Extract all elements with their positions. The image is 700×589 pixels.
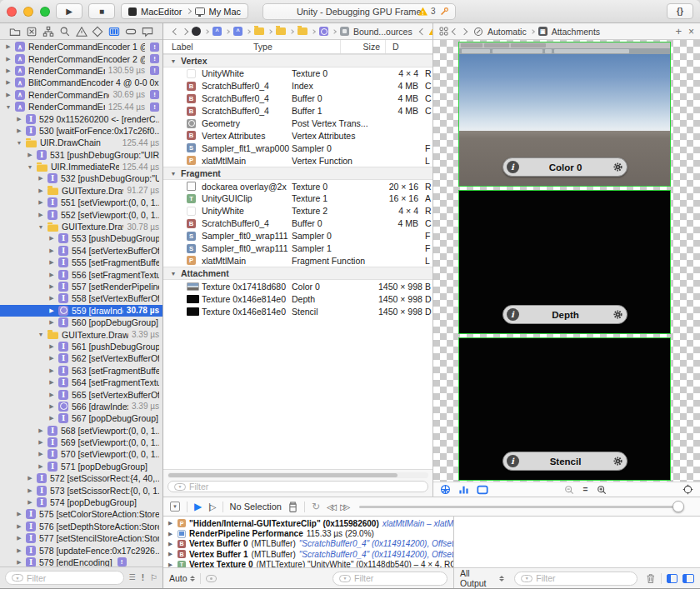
table-row[interactable]: UnityWhiteTexture 24 × 4R <box>163 205 432 217</box>
related-items-icon[interactable] <box>439 27 448 36</box>
tree-row[interactable]: ▶∧RenderCommandEnc...130.59 µs! <box>0 65 162 77</box>
disclosure-triangle[interactable]: ▶ <box>38 463 44 470</box>
console-filter-field[interactable]: ▼ Filter <box>514 572 638 586</box>
disclosure-triangle[interactable]: ▶ <box>48 295 55 302</box>
attachments-crumb-label[interactable]: Attachments <box>552 27 600 37</box>
disclosure-triangle[interactable]: ▼ <box>27 164 33 170</box>
bound-resource-row[interactable]: ▶TVertex Texture 0(MTLTexture) "UnityWhi… <box>163 560 453 567</box>
gear-icon[interactable] <box>612 162 623 172</box>
tree-row[interactable]: ▶I568 [setViewport:(0, 0, 1... <box>0 425 162 437</box>
quicklook-eye-icon[interactable] <box>206 575 217 582</box>
disclosure-triangle[interactable]: ▶ <box>5 92 12 98</box>
tree-row[interactable]: ▶I554 [setVertexBufferOf... <box>0 245 162 257</box>
back-button[interactable] <box>452 27 458 34</box>
tree-row[interactable]: ▶I569 [setViewport:(0, 0, 1... <box>0 437 162 448</box>
tree-row[interactable]: ▶GUITexture.Draw91.27 µs <box>0 185 162 197</box>
issue-warning-icon[interactable] <box>429 27 432 35</box>
tree-row[interactable]: ▼UIR.ImmediateRen...125.44 µs <box>0 161 162 172</box>
tree-row[interactable]: ▶I572 [setScissorRect:{4, 40,... <box>0 472 162 484</box>
tree-row[interactable]: ▶I577 [setStencilStoreAction:Stor... <box>0 532 162 544</box>
trash-icon[interactable] <box>646 573 656 584</box>
automatic-mode-icon[interactable] <box>473 27 483 37</box>
refresh-icon[interactable]: ↻ <box>312 501 320 512</box>
disclosure-triangle[interactable]: ▶ <box>5 67 12 74</box>
tree-row[interactable]: ▶I576 [setDepthStoreAction:Store] <box>0 521 162 532</box>
disclosure-triangle[interactable]: ▶ <box>48 403 55 410</box>
step-over-draw-button[interactable]: |▷ <box>208 502 215 512</box>
disclosure-triangle[interactable]: ▶ <box>38 451 44 457</box>
minimize-window-button[interactable] <box>23 7 33 17</box>
bound-resources-crumb-icon[interactable] <box>340 27 349 36</box>
toggle-variables-pane-button[interactable] <box>667 574 678 583</box>
run-button[interactable]: ▶ <box>56 3 82 19</box>
navigator-tab-reports[interactable] <box>141 25 154 38</box>
warning-icon[interactable] <box>418 7 428 16</box>
attachment-preview-stencil[interactable]: iStencil <box>458 337 671 481</box>
tree-row[interactable]: ▶566 [drawIndex...3.39 µs <box>0 401 162 412</box>
automatic-mode-label[interactable]: Automatic <box>488 27 527 37</box>
navigator-tab-find[interactable] <box>58 25 72 38</box>
navigator-tab-debug[interactable] <box>108 25 121 38</box>
disclosure-triangle[interactable]: ▶ <box>48 355 55 362</box>
disclosure-triangle[interactable]: ▶ <box>168 520 174 527</box>
tree-row[interactable]: ▶I558 [setVertexBufferOf... <box>0 292 162 304</box>
column-header-label[interactable]: Label <box>163 42 253 52</box>
bound-resource-row[interactable]: ▶P"Hidden/Internal-GUITextureClip" (0x11… <box>163 518 453 528</box>
bound-resources-icon[interactable] <box>288 502 298 512</box>
tree-row[interactable]: ▶I531 [pushDebugGroup:"UIR.... <box>0 149 162 161</box>
navigator-tab-project[interactable] <box>8 25 22 38</box>
back-button[interactable] <box>172 27 179 34</box>
disclosure-triangle[interactable]: ▶ <box>16 559 22 566</box>
draw-call-crumb-icon[interactable] <box>319 27 328 36</box>
navigator-tab-tests[interactable] <box>91 25 104 38</box>
navigator-tab-breakpoints[interactable] <box>124 25 138 38</box>
table-row[interactable]: SSampler_flt0_wrap111Sampler 1F <box>163 242 432 255</box>
encoder-crumb-icon[interactable]: ^ <box>233 27 242 36</box>
tree-row[interactable]: ▶I565 [setVertexBufferOf... <box>0 388 162 400</box>
tree-row[interactable]: ▶I556 [setFragmentTextu... <box>0 268 162 280</box>
disclosure-triangle[interactable]: ▶ <box>16 547 22 554</box>
column-header-size[interactable]: Size <box>340 40 380 53</box>
table-filter-field[interactable]: ▼ Filter <box>168 481 428 492</box>
navigator-tab-source-control[interactable] <box>25 25 38 38</box>
tree-row[interactable]: ▶I555 [setFragmentBuffe... <box>0 257 162 268</box>
disclosure-triangle[interactable]: ▶ <box>48 307 55 314</box>
tree-row[interactable]: ▶I564 [setFragmentTextu... <box>0 377 162 388</box>
table-section-header[interactable]: ▼Attachment <box>163 267 432 280</box>
tree-row[interactable]: ▶∧RenderCommandEncoder 2 @ 0...! <box>0 52 162 64</box>
attachment-pill[interactable]: iStencil <box>502 452 628 471</box>
disclosure-triangle[interactable]: ▶ <box>48 415 55 422</box>
actual-size-button[interactable]: = <box>583 485 588 494</box>
zoom-out-icon[interactable] <box>564 485 574 495</box>
disclosure-triangle[interactable]: ▶ <box>27 475 33 482</box>
table-row[interactable]: BScratchBuffer0_4Buffer 04 MBC <box>163 92 432 105</box>
zoom-in-icon[interactable] <box>597 485 607 495</box>
crosshair-icon[interactable] <box>682 484 693 495</box>
disclosure-triangle[interactable]: ▶ <box>27 487 33 494</box>
issues-filter-icon[interactable]: ! <box>142 574 144 582</box>
tree-row[interactable]: ▶∧RenderCommandEncoder 1 @ U...! <box>0 41 162 52</box>
horizontal-scrollbar[interactable] <box>168 472 428 478</box>
tree-row[interactable]: ▶I551 [setViewport:(0, 0, 1... <box>0 197 162 208</box>
tree-row[interactable]: ▶I560 [popDebugGroup] <box>0 317 162 328</box>
disclosure-triangle[interactable]: ▶ <box>27 499 33 506</box>
forward-button[interactable] <box>461 27 468 34</box>
navigator-tab-symbols[interactable] <box>42 25 55 38</box>
tree-row[interactable]: ▶∧RenderCommandEnco...30.69 µs! <box>0 89 162 101</box>
info-icon[interactable]: i <box>507 455 519 467</box>
close-window-button[interactable] <box>7 7 17 17</box>
table-row[interactable]: GeometryPost Vertex Trans... <box>163 117 432 130</box>
disclosure-triangle[interactable]: ▶ <box>168 541 174 547</box>
tree-row[interactable]: ▶I571 [popDebugGroup] <box>0 461 162 472</box>
navigator-tab-issues[interactable] <box>75 25 88 38</box>
tree-row[interactable]: ▶I552 [setViewport:(0, 0, 1... <box>0 208 162 220</box>
disclosure-triangle[interactable]: ▶ <box>48 235 55 242</box>
attachment-preview-depth[interactable]: iDepth <box>458 190 671 334</box>
tree-row[interactable]: ▶I563 [setFragmentBuffe... <box>0 365 162 377</box>
tree-row[interactable]: ▼GUITexture.Draw3.39 µs <box>0 328 162 340</box>
disclosure-triangle[interactable]: ▶ <box>16 523 22 530</box>
output-popup[interactable]: All Output <box>460 568 504 588</box>
table-section-header[interactable]: ▼Vertex <box>163 54 432 67</box>
bound-resource-row[interactable]: ▶BVertex Buffer 1(MTLBuffer)"ScratchBuff… <box>163 549 453 559</box>
frame-crumb-icon[interactable]: ^ <box>212 27 222 36</box>
